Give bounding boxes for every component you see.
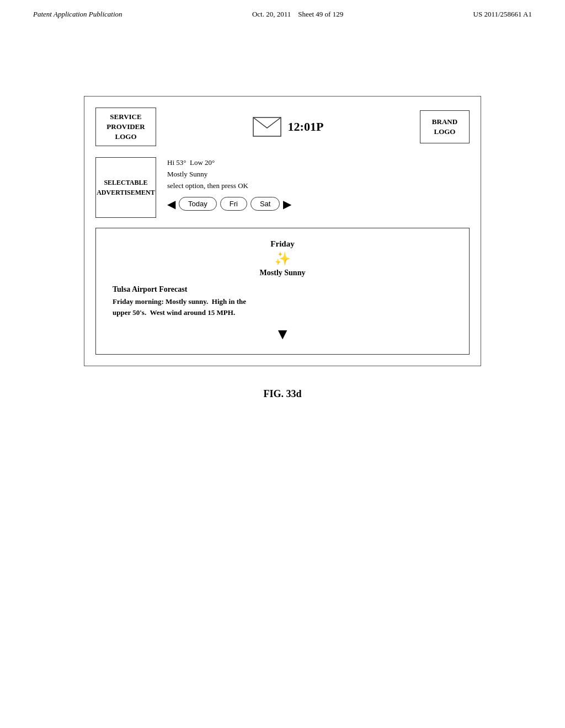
page-header: Patent Application Publication Oct. 20, … [0, 0, 565, 19]
time-display: 12:01P [288, 120, 324, 134]
sheet-info: Sheet 49 of 129 [298, 10, 343, 18]
service-provider-logo-box: SERVICE PROVIDER LOGO [95, 108, 156, 146]
selectable-ad-label: SELECTABLEADVERTISEMENT [97, 178, 155, 197]
outer-diagram-box: SERVICE PROVIDER LOGO 12:01P BRAND LOGO … [84, 96, 481, 366]
weather-instruction: select option, then press OK [167, 181, 248, 190]
sun-icon: ✨ [274, 251, 291, 266]
weather-info: Hi 53° Low 20° Mostly Sunny select optio… [167, 157, 248, 191]
weather-low: Low 20° [190, 158, 215, 167]
middle-section: SELECTABLEADVERTISEMENT Hi 53° Low 20° M… [95, 157, 470, 218]
forecast-condition: Mostly Sunny [260, 269, 306, 277]
header-date: Oct. 20, 2011 Sheet 49 of 129 [252, 10, 343, 19]
center-time-area: 12:01P [253, 117, 324, 137]
day-button-today[interactable]: Today [179, 197, 217, 211]
day-button-fri[interactable]: Fri [220, 197, 247, 211]
day-selector: ◀ Today Fri Sat ▶ [167, 197, 291, 211]
forecast-location: Tulsa Airport Forecast [113, 285, 187, 294]
right-arrow-icon[interactable]: ▶ [283, 197, 291, 211]
weather-hi: Hi 53° [167, 158, 186, 167]
bottom-forecast-box: Friday ✨ Mostly Sunny Tulsa Airport Fore… [95, 228, 470, 355]
selectable-advertisement-box: SELECTABLEADVERTISEMENT [95, 157, 156, 218]
forecast-detail-text: Friday morning: Mostly sunny. High in th… [113, 296, 246, 318]
brand-logo-label: BRAND LOGO [420, 117, 469, 137]
day-button-sat[interactable]: Sat [250, 197, 280, 211]
down-arrow-icon: ▼ [275, 325, 290, 343]
brand-logo-box: BRAND LOGO [420, 110, 470, 143]
figure-caption: FIG. 33d [263, 388, 301, 400]
weather-condition: Mostly Sunny [167, 170, 207, 178]
left-arrow-icon[interactable]: ◀ [167, 197, 175, 211]
main-content: SERVICE PROVIDER LOGO 12:01P BRAND LOGO … [0, 19, 565, 400]
weather-area: Hi 53° Low 20° Mostly Sunny select optio… [167, 157, 470, 211]
top-section: SERVICE PROVIDER LOGO 12:01P BRAND LOGO [95, 108, 470, 146]
envelope-icon [253, 117, 281, 137]
header-patent-number: US 2011/258661 A1 [473, 10, 532, 19]
header-publication-label: Patent Application Publication [33, 10, 122, 19]
forecast-day-name: Friday [270, 239, 294, 249]
service-provider-logo-label: SERVICE PROVIDER LOGO [96, 112, 156, 142]
